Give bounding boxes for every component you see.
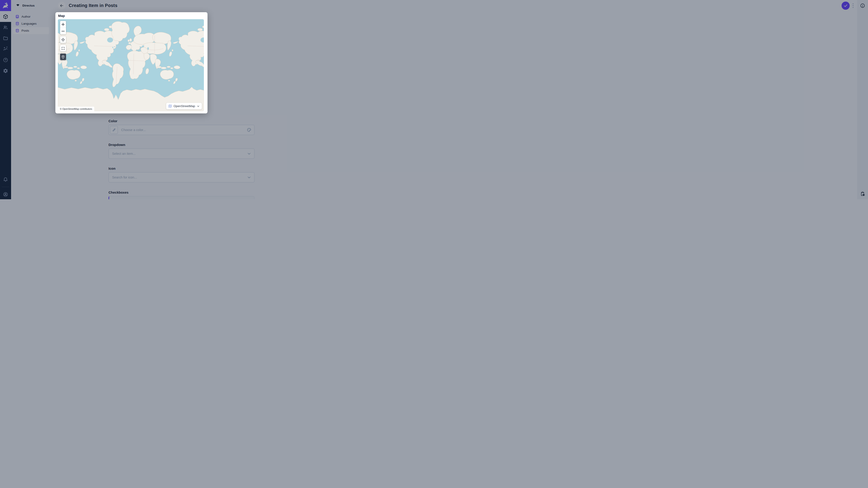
zoom-out-button[interactable]	[60, 28, 66, 34]
minus-icon	[61, 29, 65, 33]
basemap-label: OpenStreetMap	[174, 104, 195, 108]
add-location-pin-icon	[61, 55, 65, 59]
zoom-in-button[interactable]	[60, 21, 66, 28]
basemap-select[interactable]: OpenStreetMap	[166, 103, 202, 109]
plus-icon	[61, 23, 65, 26]
map-icon	[168, 104, 172, 108]
fullscreen-icon	[61, 46, 65, 50]
field-label-map: Map	[58, 14, 65, 18]
map-canvas[interactable]: © OpenStreetMap contributors OpenStreetM…	[58, 19, 204, 111]
fullscreen-button[interactable]	[60, 45, 66, 52]
add-marker-button[interactable]	[60, 54, 66, 60]
world-map-graphic	[58, 19, 204, 111]
map-field-card: Map	[55, 12, 208, 113]
chevron-down-icon	[197, 105, 200, 108]
crosshair-gps-icon	[61, 38, 65, 42]
map-attribution: © OpenStreetMap contributors	[58, 107, 94, 111]
map-controls	[60, 21, 66, 60]
geolocate-button[interactable]	[60, 36, 66, 43]
